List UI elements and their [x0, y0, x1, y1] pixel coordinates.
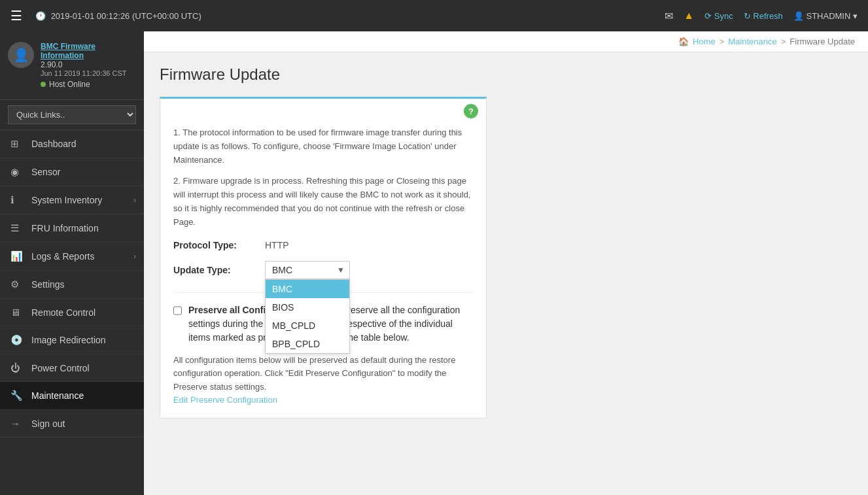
host-status-label: Host Online: [49, 80, 90, 89]
sidebar-nav: ⊞ Dashboard ◉ Sensor ℹ System Inventory …: [0, 130, 144, 495]
settings-icon: ⚙: [10, 279, 25, 290]
topbar: ☰ 🕐 2019-01-01 00:12:26 (UTC+00:00 UTC) …: [0, 0, 868, 31]
inventory-icon: ℹ: [10, 194, 25, 206]
dropdown-item-mb-cpld[interactable]: MB_CPLD: [266, 316, 349, 335]
sidebar-label-power: Power Control: [31, 363, 90, 373]
breadcrumb-sep1: >: [720, 37, 725, 46]
sidebar-label-remote: Remote Control: [31, 307, 95, 318]
image-icon: 💿: [10, 334, 25, 346]
all-config-text: All configuration items below will be pr…: [173, 354, 473, 394]
content-area: Firmware Update ? 1. The protocol inform…: [144, 52, 868, 495]
sidebar-label-fru: FRU Information: [31, 223, 99, 233]
sidebar-label-logs: Logs & Reports: [31, 251, 95, 262]
profile-info: BMC Firmware Information 2.90.0 Jun 11 2…: [41, 42, 136, 89]
info-text-2: 2. Firmware upgrade is in process. Refre…: [173, 175, 473, 229]
hamburger-menu[interactable]: ☰: [10, 8, 22, 24]
maintenance-icon: 🔧: [10, 390, 25, 401]
sidebar-label-system-inventory: System Inventory: [31, 195, 102, 205]
sensor-icon: ◉: [10, 166, 25, 178]
protocol-value: HTTP: [265, 240, 289, 250]
sidebar-item-system-inventory[interactable]: ℹ System Inventory ›: [0, 186, 144, 214]
update-type-row: Update Type: BMC BIOS MB_CPLD BPB_CPLD ▼…: [173, 261, 473, 279]
sidebar-label-image: Image Redirection: [31, 335, 106, 345]
email-icon[interactable]: ✉: [665, 10, 673, 22]
update-type-label: Update Type:: [173, 261, 265, 275]
info-text-1: 1. The protocol information to be used f…: [173, 126, 473, 167]
dashboard-icon: ⊞: [10, 138, 25, 150]
sidebar-label-dashboard: Dashboard: [31, 139, 77, 149]
sidebar-label-sensor: Sensor: [31, 167, 60, 177]
alert-icon[interactable]: ▲: [684, 10, 694, 22]
breadcrumb-maintenance[interactable]: Maintenance: [728, 37, 776, 46]
power-icon: ⏻: [10, 362, 25, 373]
host-status-dot: [41, 82, 46, 87]
breadcrumb-home[interactable]: Home: [693, 37, 716, 46]
logs-arrow: ›: [133, 252, 136, 261]
logs-icon: 📊: [10, 250, 25, 262]
help-icon[interactable]: ?: [464, 104, 478, 118]
sidebar-label-signout: Sign out: [31, 418, 65, 429]
quicklinks[interactable]: Quick Links..: [0, 100, 144, 130]
quicklinks-select[interactable]: Quick Links..: [8, 105, 136, 124]
sidebar-item-signout[interactable]: → Sign out: [0, 410, 144, 437]
dropdown-item-bios[interactable]: BIOS: [266, 298, 349, 316]
clock-icon: 🕐: [35, 11, 46, 21]
fru-icon: ☰: [10, 222, 25, 234]
card-help-row: ?: [160, 99, 486, 118]
protocol-label: Protocol Type:: [173, 240, 265, 250]
main-content: 🏠 Home > Maintenance > Firmware Update F…: [144, 31, 868, 495]
sidebar-item-logs[interactable]: 📊 Logs & Reports ›: [0, 243, 144, 271]
protocol-row: Protocol Type: HTTP: [173, 240, 473, 250]
avatar: 👤: [8, 42, 34, 68]
bmc-firmware-title[interactable]: BMC Firmware Information: [41, 42, 136, 60]
signout-icon: →: [10, 418, 25, 429]
sidebar-item-settings[interactable]: ⚙ Settings: [0, 271, 144, 299]
dropdown-item-bmc[interactable]: BMC: [266, 280, 349, 298]
remote-icon: 🖥: [10, 307, 25, 318]
breadcrumb-current: Firmware Update: [790, 37, 855, 46]
sidebar-label-settings: Settings: [31, 279, 65, 290]
refresh-button[interactable]: ↻ Refresh: [744, 11, 783, 21]
sidebar-item-maintenance[interactable]: 🔧 Maintenance: [0, 382, 144, 410]
card-body: 1. The protocol information to be used f…: [160, 118, 486, 418]
host-status: Host Online: [41, 80, 136, 89]
edit-preserve-link[interactable]: Edit Preserve Configuration: [173, 395, 277, 405]
sidebar-item-image-redirection[interactable]: 💿 Image Redirection: [0, 326, 144, 354]
sidebar-item-power-control[interactable]: ⏻ Power Control: [0, 354, 144, 382]
bmc-date: Jun 11 2019 11:20:36 CST: [41, 69, 136, 77]
sidebar-item-dashboard[interactable]: ⊞ Dashboard: [0, 130, 144, 158]
update-type-dropdown: BMC BIOS MB_CPLD BPB_CPLD: [265, 279, 350, 354]
firmware-card: ? 1. The protocol information to be used…: [160, 97, 487, 418]
update-type-select[interactable]: BMC BIOS MB_CPLD BPB_CPLD: [265, 261, 350, 279]
page-title: Firmware Update: [160, 65, 852, 84]
dropdown-item-bpb-cpld[interactable]: BPB_CPLD: [266, 335, 349, 353]
sidebar-profile: 👤 BMC Firmware Information 2.90.0 Jun 11…: [0, 31, 144, 100]
topbar-time: 🕐 2019-01-01 00:12:26 (UTC+00:00 UTC): [35, 11, 657, 21]
bmc-version: 2.90.0: [41, 60, 136, 69]
breadcrumb: 🏠 Home > Maintenance > Firmware Update: [144, 31, 868, 52]
sidebar-item-remote-control[interactable]: 🖥 Remote Control: [0, 299, 144, 326]
breadcrumb-sep2: >: [781, 37, 786, 46]
topbar-actions: ✉ ▲ ⟳ Sync ↻ Refresh 👤 STHADMIN ▾: [665, 10, 858, 22]
update-type-select-wrapper[interactable]: BMC BIOS MB_CPLD BPB_CPLD ▼ BMC BIOS MB_…: [265, 261, 350, 279]
sidebar-label-maintenance: Maintenance: [31, 390, 84, 401]
breadcrumb-home-icon: 🏠: [678, 37, 689, 46]
user-menu[interactable]: 👤 STHADMIN ▾: [793, 11, 858, 21]
inventory-arrow: ›: [133, 196, 136, 205]
sidebar-item-fru[interactable]: ☰ FRU Information: [0, 214, 144, 243]
preserve-checkbox[interactable]: [173, 305, 182, 316]
sidebar: 👤 BMC Firmware Information 2.90.0 Jun 11…: [0, 31, 144, 495]
sidebar-item-sensor[interactable]: ◉ Sensor: [0, 158, 144, 186]
sync-button[interactable]: ⟳ Sync: [704, 11, 733, 21]
